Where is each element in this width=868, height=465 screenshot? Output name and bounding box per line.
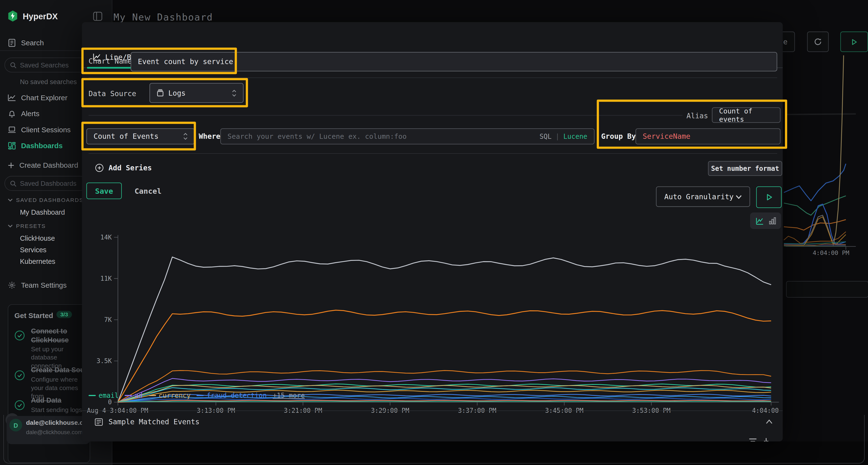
plus-circle-icon xyxy=(95,164,103,172)
saved-searches-input[interactable]: Saved Searches xyxy=(4,58,87,72)
sidebar-item-chart-explorer[interactable]: Chart Explorer xyxy=(8,94,67,102)
saved-dashboards-input[interactable]: Saved Dashboards xyxy=(4,176,87,191)
create-dashboard-button[interactable]: Create Dashboard xyxy=(8,161,78,169)
user-sub-text: dale@clickhouse.com's xyxy=(26,429,87,435)
background-time-input[interactable] xyxy=(786,281,868,298)
legend-label: currency xyxy=(159,392,191,399)
set-number-format-button[interactable]: Set number format xyxy=(708,161,782,176)
data-source-select[interactable]: Logs xyxy=(150,83,244,103)
background-play-button[interactable] xyxy=(840,32,868,52)
filter-icon[interactable] xyxy=(748,437,757,441)
database-icon xyxy=(157,89,164,97)
sidebar-item-services[interactable]: Services xyxy=(20,246,46,254)
sidebar-item-my-dashboard[interactable]: My Dashboard xyxy=(20,209,65,217)
sidebar-item-clickhouse[interactable]: ClickHouse xyxy=(20,234,55,242)
legend-label: fraud-detection xyxy=(207,392,267,399)
legend-item[interactable]: email xyxy=(89,392,118,399)
mode-separator: | xyxy=(556,133,560,140)
sidebar-item-team-settings[interactable]: Team Settings xyxy=(8,281,66,289)
sidebar-item-client-sessions[interactable]: Client Sessions xyxy=(8,126,71,134)
alias-value: Count of events xyxy=(719,107,773,123)
svg-text:3.5K: 3.5K xyxy=(96,357,112,365)
saved-dashboards-section-label: SAVED DASHBOARDS xyxy=(16,197,84,203)
add-series-button[interactable]: Add Series xyxy=(95,164,152,172)
event-list-icon xyxy=(95,418,103,426)
edit-chart-modal: Line/Bar Table 123 Number Search xyxy=(82,22,783,441)
where-placeholder: Search your events w/ Lucene ex. column:… xyxy=(227,132,407,140)
brand: HyperDX xyxy=(8,10,58,22)
page-bottom-strip xyxy=(112,441,868,465)
legend-dash xyxy=(197,395,204,396)
group-by-value: ServiceName xyxy=(643,132,690,140)
get-started-item-title[interactable]: Connect to ClickHouse xyxy=(31,327,87,344)
data-source-label: Data Source xyxy=(89,90,136,98)
group-by-input[interactable]: ServiceName xyxy=(636,128,781,144)
sidebar-item-search[interactable]: Search xyxy=(8,39,44,47)
chart-name-label: Chart Name xyxy=(89,57,132,65)
check-circle-icon xyxy=(14,330,25,341)
user-menu[interactable]: D dale@clickhouse.c dale@clickhouse.com'… xyxy=(7,416,90,444)
legend-item[interactable]: currency xyxy=(149,392,191,399)
aggregation-select[interactable]: Count of Events xyxy=(86,128,195,144)
collapse-section-icon[interactable] xyxy=(766,419,773,424)
app-root: My New Dashboard Save 4:04:00 PM HyperDX xyxy=(0,0,868,465)
cancel-button[interactable]: Cancel xyxy=(134,187,161,195)
hyperdx-logo-icon xyxy=(8,10,18,22)
plus-icon xyxy=(8,162,14,169)
where-search-input[interactable]: Search your events w/ Lucene ex. column:… xyxy=(220,128,595,144)
search-page-icon xyxy=(8,39,16,47)
laptop-icon xyxy=(8,126,16,134)
chart-legend: email ad currency fraud-detection +15 mo… xyxy=(89,392,305,399)
legend-item[interactable]: fraud-detection xyxy=(197,392,267,399)
legend-dash xyxy=(149,395,156,396)
saved-dashboards-section-header[interactable]: SAVED DASHBOARDS xyxy=(8,197,84,203)
download-icon[interactable] xyxy=(762,437,770,441)
legend-label: email xyxy=(99,392,119,399)
row-divider xyxy=(89,153,777,154)
chart-name-value: Event count by service xyxy=(138,58,233,66)
play-icon xyxy=(851,38,858,45)
set-number-format-label: Set number format xyxy=(711,165,779,172)
play-icon xyxy=(765,194,773,201)
add-series-label: Add Series xyxy=(108,164,152,172)
granularity-value: Auto Granularity xyxy=(664,193,734,201)
search-icon xyxy=(10,180,17,187)
sidebar-item-dashboards[interactable]: Dashboards xyxy=(8,142,63,150)
saved-dashboards-placeholder: Saved Dashboards xyxy=(20,179,76,187)
refresh-button[interactable] xyxy=(807,32,829,52)
legend-label: ad xyxy=(134,392,143,399)
presets-section-header[interactable]: PRESETS xyxy=(8,223,46,229)
chart-name-input[interactable]: Event count by service xyxy=(131,52,777,71)
sidebar-dashboards-label: Dashboards xyxy=(21,142,63,150)
lucene-mode-toggle[interactable]: Lucene xyxy=(563,133,587,140)
legend-dash xyxy=(89,395,96,396)
legend-more-link[interactable]: +15 more xyxy=(273,392,305,399)
get-started-badge: 3/3 xyxy=(56,311,72,318)
gear-icon xyxy=(8,281,16,289)
sql-mode-toggle[interactable]: SQL xyxy=(539,133,552,140)
chevron-down-icon xyxy=(736,194,742,199)
save-button[interactable]: Save xyxy=(86,182,122,199)
legend-item[interactable]: ad xyxy=(125,392,143,399)
sample-matched-events-header[interactable]: Sample Matched Events xyxy=(95,418,199,426)
run-query-button[interactable] xyxy=(756,187,782,208)
search-icon xyxy=(10,62,17,68)
bell-icon xyxy=(8,110,16,118)
saved-searches-placeholder: Saved Searches xyxy=(20,61,69,69)
granularity-select[interactable]: Auto Granularity xyxy=(656,187,750,207)
select-updown-icon xyxy=(183,133,188,140)
sidebar-item-kubernetes[interactable]: Kubernetes xyxy=(20,258,56,266)
sidebar-item-alerts[interactable]: Alerts xyxy=(8,110,39,118)
series-divider xyxy=(89,115,683,115)
create-dashboard-label: Create Dashboard xyxy=(19,161,78,169)
group-by-label: Group By xyxy=(601,132,636,140)
get-started-item-title[interactable]: Create Data Source xyxy=(31,366,90,375)
sidebar-team-settings-label: Team Settings xyxy=(21,281,66,289)
collapse-sidebar-icon[interactable] xyxy=(93,11,102,21)
alias-input[interactable]: Count of events xyxy=(712,107,781,123)
chevron-down-icon xyxy=(8,224,13,229)
sidebar-client-sessions-label: Client Sessions xyxy=(21,126,71,134)
get-started-item-title[interactable]: Add Data xyxy=(31,396,87,405)
sample-matched-events-title: Sample Matched Events xyxy=(108,418,199,426)
user-email: dale@clickhouse.c xyxy=(26,419,83,426)
